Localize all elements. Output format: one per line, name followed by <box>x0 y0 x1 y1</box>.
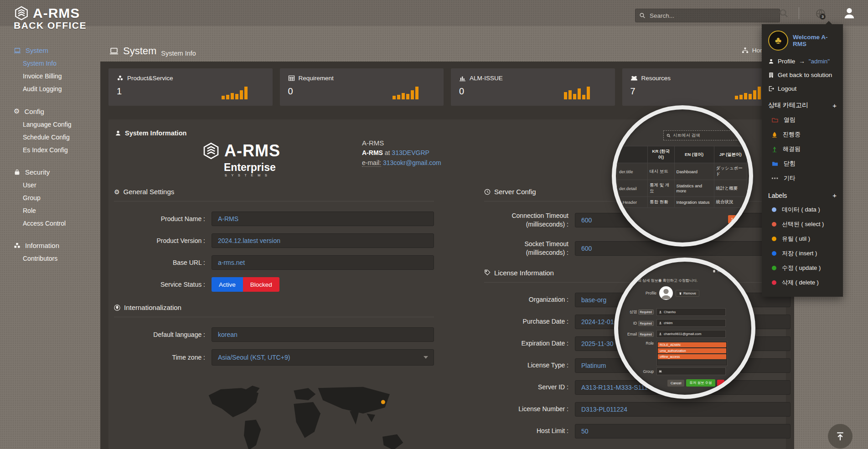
card-alm-issue[interactable]: ALM-ISSUE 0 <box>451 68 615 106</box>
sheet-search-input: 시트에서 검색 <box>663 130 739 140</box>
purchase-date-label: Purchase Date : <box>484 317 575 326</box>
add-status-category-button[interactable]: + <box>832 102 837 109</box>
brand-logo[interactable]: A-RMS BACK OFFICE <box>14 5 87 31</box>
status-item-closed[interactable]: 닫힘 <box>772 160 837 168</box>
org-link[interactable]: 313DEVGRP <box>392 149 429 156</box>
status-item-resolved[interactable]: 해결됨 <box>772 145 837 153</box>
building-icon <box>768 72 774 78</box>
service-status-active-button[interactable]: Active <box>212 277 243 292</box>
sidebar-item-information[interactable]: Information <box>0 239 104 252</box>
label-item-delete[interactable]: 삭제 ( delete ) <box>772 279 837 287</box>
sidebar-item-system[interactable]: System <box>0 44 104 57</box>
id-field: chkim <box>656 319 726 327</box>
search-icon <box>639 12 646 19</box>
product-version-field[interactable] <box>212 233 434 248</box>
timezone-select[interactable]: Asia/Seoul (KST, UTC+9) <box>212 349 434 366</box>
base-url-field[interactable] <box>212 255 434 270</box>
sidebar-item-invoice-billing[interactable]: Invoice Billing <box>0 70 104 83</box>
hexagon-logo-icon <box>202 142 220 160</box>
sidebar-item-security[interactable]: Security <box>0 165 104 179</box>
card-requirement[interactable]: Requirement 0 <box>280 68 444 106</box>
sidebar-item-language-config[interactable]: Language Config <box>0 118 104 131</box>
label-dot <box>772 266 776 270</box>
user-dropdown-menu: ♣ Welcome A-RMS Profile → "admin" Get ba… <box>762 24 843 297</box>
status-category-title: 상태 카테고리 <box>768 101 808 109</box>
avatar <box>659 286 673 300</box>
sidebar-item-group[interactable]: Group <box>0 191 104 204</box>
folder-icon <box>772 161 778 166</box>
status-item-in-progress[interactable]: 진행중 <box>772 130 837 139</box>
logout-menu-item[interactable]: Logout <box>768 85 837 92</box>
label-item-select[interactable]: 선택된 ( select ) <box>772 220 837 228</box>
enterprise-logo: A-RMS Enterprise S Y S T E M S <box>202 141 280 177</box>
add-label-button[interactable]: + <box>832 191 837 199</box>
search-input[interactable] <box>649 12 776 20</box>
laptop-icon <box>109 46 119 56</box>
page-subtitle: System Info <box>161 50 196 57</box>
trash-icon <box>679 292 682 295</box>
label-item-util[interactable]: 유틸 ( util ) <box>772 235 837 243</box>
label-item-data[interactable]: 데이터 ( data ) <box>772 206 837 214</box>
card-product-service[interactable]: Product&Service 1 <box>108 68 273 106</box>
column-kr: KR (한국어) <box>648 146 675 163</box>
hexagon-logo-icon <box>14 5 29 21</box>
page-header: System System Info <box>109 45 196 57</box>
chevron-down-icon <box>424 356 428 359</box>
home-icon <box>713 269 716 273</box>
email-link[interactable]: 313cokr@gmail.com <box>383 159 441 166</box>
sidebar-item-system-info[interactable]: System Info <box>0 57 104 70</box>
remove-photo-button: Remove <box>676 290 699 297</box>
magnifier-user-form: Home › 된 User의 상세 정보를 확인하고 수정합니다. Profil… <box>614 258 755 399</box>
role-tag: offline_access <box>658 354 726 359</box>
service-status-blocked-button[interactable]: Blocked <box>243 277 279 292</box>
cubes-icon <box>14 242 21 249</box>
sidebar-item-schedule-config[interactable]: Schedule Config <box>0 131 104 144</box>
name-field: Chanho <box>656 308 726 316</box>
sidebar-item-contributors[interactable]: Contributors <box>0 252 104 265</box>
profile-admin-value: "admin" <box>809 58 830 65</box>
search-submit-button[interactable] <box>779 8 789 18</box>
product-name-field[interactable] <box>212 212 434 226</box>
host-limit-field[interactable] <box>575 424 790 439</box>
status-item-etc[interactable]: 기타 <box>772 174 837 182</box>
scroll-to-top-button[interactable] <box>828 424 852 449</box>
profile-menu-item[interactable]: Profile → "admin" <box>768 58 837 65</box>
contact-info: A-RMS A-RMS at 313DEVGRP e-mail: 313cokr… <box>362 138 441 168</box>
sidebar-item-config[interactable]: ⚙ Config <box>0 104 104 118</box>
expiration-date-label: Expiration Date : <box>484 339 575 348</box>
product-name-label: Product Name : <box>114 215 212 223</box>
folder-open-icon <box>772 117 778 123</box>
person-icon <box>768 58 774 64</box>
sidebar-item-role[interactable]: Role <box>0 204 104 217</box>
label-dot <box>772 222 776 227</box>
required-badge: Required <box>638 321 654 326</box>
group-field <box>656 367 726 375</box>
product-service-icon <box>117 75 124 82</box>
default-language-field[interactable] <box>212 327 434 342</box>
brand-name: A-RMS <box>33 5 80 21</box>
back-to-solution-menu-item[interactable]: Get back to solution <box>768 72 837 78</box>
app-screen: A-RMS BACK OFFICE System System Info Inv… <box>0 0 868 449</box>
label-item-insert[interactable]: 저장 ( insert ) <box>772 249 837 258</box>
default-language-label: Default language : <box>114 330 212 339</box>
role-list: ROLE_ADMIN uma_authorization offline_acc… <box>656 341 728 366</box>
bar-chart-icon <box>459 75 466 82</box>
connection-timeout-label: Connection Timeout (milliseconds) : <box>484 212 575 229</box>
person-icon <box>115 130 121 136</box>
license-number-field[interactable] <box>575 402 790 417</box>
label-item-update[interactable]: 수정 ( update ) <box>772 264 837 272</box>
product-version-label: Product Version : <box>114 237 212 245</box>
user-menu-button[interactable] <box>842 6 856 20</box>
section-title: System Information <box>125 129 186 137</box>
status-item-open[interactable]: 열림 <box>772 116 837 124</box>
role-tag: ROLE_ADMIN <box>658 342 726 347</box>
sidebar-item-es-index-config[interactable]: Es Index Config <box>0 144 104 156</box>
notifications-globe-button[interactable]: 3 <box>815 8 827 20</box>
sparkline-chart <box>735 84 761 99</box>
org-title: A-RMS <box>362 138 441 148</box>
sidebar-item-user[interactable]: User <box>0 179 104 191</box>
update-user-button: 유저 정보 수정 <box>686 379 715 387</box>
sidebar-item-audit-logging[interactable]: Audit Logging <box>0 83 104 95</box>
sidebar-item-access-control[interactable]: Access Control <box>0 217 104 230</box>
socket-timeout-label: Socket Timeout (milliseconds) : <box>484 240 575 257</box>
